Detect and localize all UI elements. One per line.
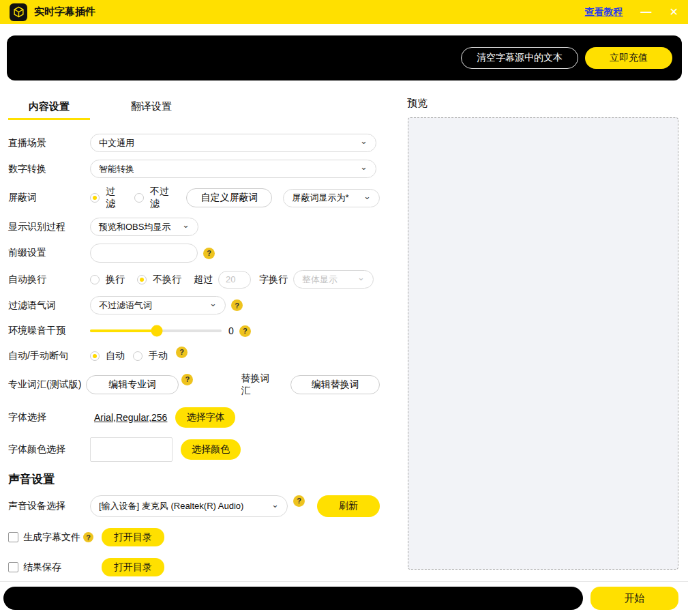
top-banner: 清空字幕源中的文本 立即充值 [7, 35, 682, 80]
auto-sentence-label: 自动 [106, 350, 125, 362]
pro-words-label: 专业词汇(测试版) [8, 379, 86, 391]
preview-area [408, 117, 678, 570]
help-icon[interactable]: ? [239, 325, 251, 337]
help-icon[interactable]: ? [293, 495, 305, 507]
row-number-convert: 数字转换 智能转换 ⌄ [8, 160, 380, 178]
result-save-checkbox[interactable] [8, 562, 18, 572]
auto-sentence-radio[interactable] [90, 351, 100, 361]
open-result-dir-button[interactable]: 打开目录 [102, 558, 164, 576]
row-noise: 环境噪音干预 0 ? [8, 322, 380, 340]
chevron-down-icon: ⌄ [363, 192, 371, 201]
preview-title: 预览 [407, 97, 428, 110]
row-font: 字体选择 Arial,Regular,256 选择字体 [8, 407, 380, 428]
current-font-link[interactable]: Arial,Regular,256 [94, 412, 167, 423]
minimize-icon[interactable]: — [641, 7, 652, 18]
noise-slider-fill [90, 329, 157, 332]
row-prefix: 前缀设置 ? [8, 244, 380, 263]
blocked-words-nofilter-radio[interactable] [134, 193, 144, 203]
subtitle-file-label: 生成字幕文件 [23, 531, 80, 544]
help-icon[interactable]: ? [181, 374, 193, 385]
help-icon[interactable]: ? [231, 299, 243, 311]
custom-blocked-words-button[interactable]: 自定义屏蔽词 [186, 188, 272, 207]
sound-device-label: 声音设备选择 [8, 500, 90, 512]
noise-label: 环境噪音干预 [8, 325, 90, 337]
chevron-down-icon: ⌄ [209, 299, 217, 308]
exceed-text: 超过 [194, 274, 213, 286]
wrap-count-input[interactable] [218, 271, 251, 289]
edit-pro-words-button[interactable]: 编辑专业词 [86, 375, 179, 394]
live-scene-label: 直播场景 [8, 137, 90, 149]
manual-sentence-radio[interactable] [133, 351, 143, 361]
font-label: 字体选择 [8, 411, 90, 424]
blocked-words-nofilter-label: 不过滤 [150, 186, 175, 210]
row-result-save: 结果保存 打开目录 [8, 558, 380, 576]
settings-tabs: 内容设置 翻译设置 [8, 96, 380, 120]
edit-replace-words-button[interactable]: 编辑替换词 [290, 375, 380, 394]
no-wrap-radio[interactable] [137, 275, 147, 284]
row-sentence-mode: 自动/手动断句 自动 手动 ? [8, 347, 380, 365]
clear-subtitle-source-button[interactable]: 清空字幕源中的文本 [461, 47, 578, 69]
number-convert-label: 数字转换 [8, 163, 90, 175]
display-mode-select[interactable]: 整体显示 ⌄ [293, 270, 374, 289]
filter-modal-label: 过滤语气词 [8, 299, 90, 312]
chevron-down-icon: ⌄ [357, 273, 365, 282]
row-filter-modal: 过滤语气词 不过滤语气词 ⌄ ? [8, 296, 380, 314]
noise-slider-thumb[interactable] [151, 325, 163, 337]
subtitle-file-checkbox[interactable] [8, 532, 18, 542]
chevron-down-icon: ⌄ [360, 162, 368, 171]
refresh-button[interactable]: 刷新 [317, 495, 380, 517]
active-tab-underline [8, 118, 90, 120]
row-sound-device: 声音设备选择 [输入设备] 麦克风 (Realtek(R) Audio) ⌄ ?… [8, 495, 380, 517]
font-color-label: 字体颜色选择 [8, 443, 90, 456]
noise-slider[interactable] [90, 329, 222, 332]
row-pro-words: 专业词汇(测试版) 编辑专业词 ? 替换词汇 编辑替换词 [8, 372, 380, 397]
prefix-label: 前缀设置 [8, 247, 90, 259]
app-title: 实时字幕插件 [34, 5, 95, 18]
wrap-radio[interactable] [90, 275, 100, 284]
wrap-label: 换行 [106, 274, 125, 286]
blocked-words-filter-radio[interactable] [90, 193, 100, 203]
live-scene-select[interactable]: 中文通用 ⌄ [90, 134, 376, 152]
row-blocked-words: 屏蔽词 过滤 不过滤 自定义屏蔽词 屏蔽词显示为* ⌄ [8, 186, 380, 210]
row-show-process: 显示识别过程 预览和OBS均显示 ⌄ [8, 218, 380, 236]
tab-content-settings[interactable]: 内容设置 [8, 96, 90, 120]
help-icon[interactable]: ? [83, 532, 93, 542]
filter-modal-select[interactable]: 不过滤语气词 ⌄ [90, 296, 226, 314]
titlebar: 实时字幕插件 查看教程 — ✕ [0, 0, 688, 24]
chevron-down-icon: ⌄ [271, 500, 279, 509]
blocked-words-display-select[interactable]: 屏蔽词显示为* ⌄ [283, 189, 380, 207]
start-button[interactable]: 开始 [590, 587, 678, 610]
row-subtitle-file: 生成字幕文件 ? 打开目录 [8, 528, 380, 546]
help-icon[interactable]: ? [176, 347, 188, 358]
footer-divider [0, 581, 688, 582]
number-convert-select[interactable]: 智能转换 ⌄ [90, 160, 376, 178]
show-process-select[interactable]: 预览和OBS均显示 ⌄ [90, 218, 198, 236]
blocked-words-label: 屏蔽词 [8, 192, 90, 204]
tab-translate-settings[interactable]: 翻译设置 [110, 96, 192, 120]
wrap-suffix-text: 字换行 [259, 274, 288, 286]
font-color-input[interactable] [90, 437, 173, 462]
choose-font-button[interactable]: 选择字体 [175, 407, 235, 428]
help-icon[interactable]: ? [203, 248, 215, 259]
status-bar [3, 587, 583, 610]
close-icon[interactable]: ✕ [670, 7, 678, 18]
recharge-button[interactable]: 立即充值 [585, 47, 672, 69]
manual-sentence-label: 手动 [149, 350, 168, 362]
sentence-mode-label: 自动/手动断句 [8, 350, 90, 362]
chevron-down-icon: ⌄ [360, 136, 368, 145]
app-logo-icon [10, 3, 27, 21]
result-save-label: 结果保存 [23, 561, 61, 574]
sound-device-select[interactable]: [输入设备] 麦克风 (Realtek(R) Audio) ⌄ [90, 495, 288, 517]
choose-color-button[interactable]: 选择颜色 [181, 439, 241, 460]
auto-wrap-label: 自动换行 [8, 274, 90, 286]
row-font-color: 字体颜色选择 选择颜色 [8, 437, 380, 462]
open-subtitle-dir-button[interactable]: 打开目录 [102, 528, 164, 546]
settings-panel: 内容设置 翻译设置 直播场景 中文通用 ⌄ 数字转换 智能转换 ⌄ 屏蔽词 过滤… [8, 96, 380, 588]
show-process-label: 显示识别过程 [8, 221, 90, 233]
row-auto-wrap: 自动换行 换行 不换行 超过 字换行 整体显示 ⌄ [8, 270, 380, 289]
tutorial-link[interactable]: 查看教程 [585, 6, 623, 18]
no-wrap-label: 不换行 [153, 274, 181, 286]
prefix-input[interactable] [90, 244, 198, 263]
chevron-down-icon: ⌄ [182, 220, 190, 229]
replace-words-label: 替换词汇 [241, 372, 278, 397]
